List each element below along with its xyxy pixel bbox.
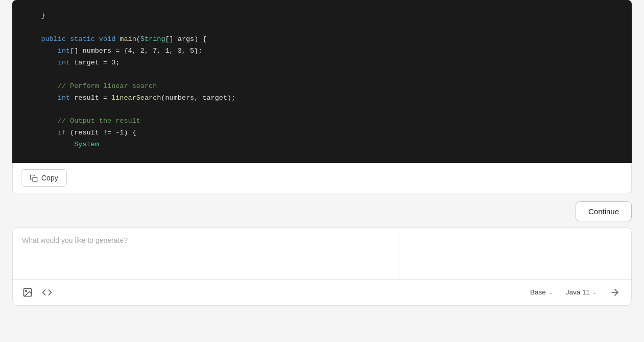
svg-rect-0 [33,177,37,182]
java-dropdown[interactable]: Java 11 ⌄ [562,286,601,299]
code-section: } public static void main(String[] args)… [12,0,632,163]
continue-row: Continue [0,193,644,227]
prompt-input[interactable] [13,228,399,279]
code-line: public static void main(String[] args) { [25,34,619,45]
code-line: int[] numbers = {4, 2, 7, 1, 3, 5}; [25,45,619,57]
code-action-bar: Copy [12,163,632,193]
code-line: int target = 3; [25,57,619,69]
copy-label: Copy [41,174,58,182]
input-section: Base ⌄ Java 11 ⌄ [12,227,632,306]
code-line: // Output the result [25,116,619,127]
image-upload-button[interactable] [20,285,35,300]
input-right-panel [399,228,631,279]
toolbar-right: Base ⌄ Java 11 ⌄ [526,285,624,300]
copy-icon [30,173,38,182]
base-dropdown[interactable]: Base ⌄ [526,286,557,299]
java-label: Java 11 [566,288,590,296]
base-label: Base [530,288,546,296]
send-icon [610,287,620,298]
continue-button[interactable]: Continue [576,201,632,221]
code-line: if (result != -1) { [25,127,619,139]
code-line [25,69,619,81]
toolbar-left [20,285,55,300]
input-main [13,228,631,279]
base-chevron-icon: ⌄ [548,289,553,295]
java-chevron-icon: ⌄ [592,289,597,295]
code-block: } public static void main(String[] args)… [12,0,632,163]
code-toggle-button[interactable] [39,285,55,300]
copy-button[interactable]: Copy [21,169,67,186]
code-line: int result = linearSearch(numbers, targe… [25,93,619,104]
code-line [25,104,619,116]
svg-point-2 [26,290,27,291]
send-button[interactable] [606,285,624,300]
code-line: } [25,10,619,22]
code-line: System [25,139,619,151]
input-toolbar: Base ⌄ Java 11 ⌄ [13,279,631,305]
code-line: // Perform linear search [25,81,619,93]
code-line [25,22,619,34]
page-container: } public static void main(String[] args)… [0,0,644,342]
image-icon [22,287,33,298]
code-icon [42,287,52,298]
